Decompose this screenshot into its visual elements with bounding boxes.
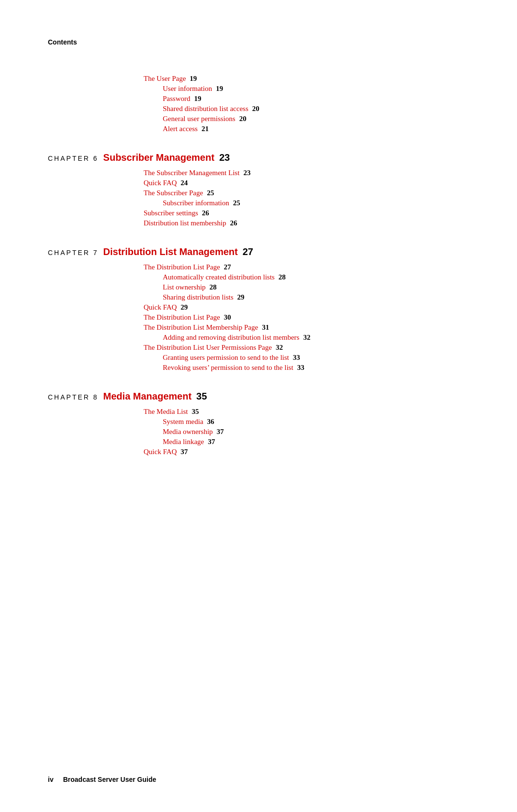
toc-entry: Shared distribution list access20 — [163, 105, 469, 113]
entry-text: Subscriber information — [163, 199, 229, 207]
chapter-title: Distribution List Management — [103, 246, 238, 257]
entry-text: Granting users permission to send to the… — [163, 354, 289, 362]
entry-text: System media — [163, 418, 203, 426]
toc-entry: Quick FAQ37 — [144, 448, 469, 456]
entry-page: 32 — [276, 344, 283, 352]
chapter-label: CHAPTER 8 — [48, 393, 99, 401]
entry-page: 28 — [279, 273, 286, 281]
entry-text: The User Page — [144, 75, 186, 83]
toc-entry: The Media List35 — [144, 408, 469, 416]
entry-page: 23 — [243, 169, 250, 177]
toc-entry: Automatically created distribution lists… — [163, 273, 469, 281]
toc-entry: Password19 — [163, 95, 469, 103]
toc-chapter-section: CHAPTER 6Subscriber Management23The Subs… — [48, 152, 469, 227]
footer-book-title: Broadcast Server User Guide — [63, 776, 157, 783]
chapter-number: 27 — [243, 246, 253, 257]
entry-page: 35 — [191, 408, 199, 416]
entry-page: 28 — [210, 283, 217, 291]
toc-entry: Revoking users’ permission to send to th… — [163, 364, 469, 372]
toc-entry: List ownership28 — [163, 283, 469, 291]
entry-page: 25 — [233, 199, 240, 207]
chapter-number: 35 — [196, 391, 207, 402]
toc-entry: System media36 — [163, 418, 469, 426]
entry-text: Quick FAQ — [144, 179, 177, 187]
toc-entry: Quick FAQ29 — [144, 303, 469, 311]
entry-page: 32 — [303, 334, 310, 342]
entry-text: Quick FAQ — [144, 448, 177, 456]
toc-entry: Subscriber settings26 — [144, 209, 469, 217]
toc-entries-list: The Subscriber Management List23Quick FA… — [144, 169, 469, 227]
entry-text: Alert access — [163, 125, 198, 133]
entry-text: Revoking users’ permission to send to th… — [163, 364, 293, 372]
entry-text: Distribution list membership — [144, 219, 226, 227]
entry-text: The Distribution List Page — [144, 263, 220, 271]
entry-page: 29 — [180, 303, 188, 311]
footer: iv Broadcast Server User Guide — [48, 776, 469, 783]
entry-text: Automatically created distribution lists — [163, 273, 275, 281]
entry-text: The Subscriber Page — [144, 189, 203, 197]
contents-header: Contents — [48, 38, 469, 46]
entry-page: 19 — [216, 85, 223, 93]
chapter-label: CHAPTER 6 — [48, 155, 99, 162]
entry-page: 20 — [252, 105, 259, 113]
toc-entry: Adding and removing distribution list me… — [163, 334, 469, 342]
toc-entry: Distribution list membership26 — [144, 219, 469, 227]
entry-text: The Distribution List Page — [144, 313, 220, 322]
footer-page-number: iv — [48, 776, 54, 783]
entry-text: Media ownership — [163, 428, 213, 436]
entry-text: The Distribution List Membership Page — [144, 323, 258, 332]
toc-entry: The Distribution List Page30 — [144, 313, 469, 322]
chapters-container: CHAPTER 6Subscriber Management23The Subs… — [48, 152, 469, 456]
entry-page: 25 — [207, 189, 214, 197]
entry-page: 37 — [217, 428, 224, 436]
pre-chapter-entries: The User Page19User information19Passwor… — [144, 75, 469, 133]
toc-entry: The Distribution List Page27 — [144, 263, 469, 271]
entry-page: 19 — [190, 75, 197, 83]
toc-entry: User information19 — [163, 85, 469, 93]
entry-text: Password — [163, 95, 191, 103]
toc-entry: The Distribution List User Permissions P… — [144, 344, 469, 352]
entry-page: 33 — [293, 354, 300, 362]
entry-text: Sharing distribution lists — [163, 293, 234, 301]
chapter-heading: CHAPTER 6Subscriber Management23 — [48, 152, 469, 163]
entry-page: 26 — [202, 209, 209, 217]
entry-text: Adding and removing distribution list me… — [163, 334, 299, 342]
toc-chapter-section: CHAPTER 7Distribution List Management27T… — [48, 246, 469, 372]
toc-entry: Quick FAQ24 — [144, 179, 469, 187]
chapter-title: Media Management — [103, 391, 191, 402]
entry-page: 30 — [224, 313, 231, 322]
entry-page: 37 — [208, 438, 215, 446]
chapter-title: Subscriber Management — [103, 152, 214, 163]
chapter-heading: CHAPTER 7Distribution List Management27 — [48, 246, 469, 257]
entry-page: 19 — [194, 95, 202, 103]
toc-entry: Media ownership37 — [163, 428, 469, 436]
entry-page: 29 — [237, 293, 245, 301]
entry-text: List ownership — [163, 283, 206, 291]
chapter-label: CHAPTER 7 — [48, 249, 99, 256]
entry-page: 26 — [230, 219, 237, 227]
toc-entry: The Subscriber Management List23 — [144, 169, 469, 177]
toc-entries-list: The Distribution List Page27Automaticall… — [144, 263, 469, 372]
entry-page: 37 — [180, 448, 188, 456]
entry-text: The Distribution List User Permissions P… — [144, 344, 272, 352]
entry-text: Shared distribution list access — [163, 105, 248, 113]
entry-text: The Media List — [144, 408, 188, 416]
entry-text: Media linkage — [163, 438, 204, 446]
entry-page: 31 — [262, 323, 269, 332]
toc-entry: The Subscriber Page25 — [144, 189, 469, 197]
entry-page: 20 — [239, 115, 247, 123]
toc-entry: Media linkage37 — [163, 438, 469, 446]
chapter-heading: CHAPTER 8Media Management35 — [48, 391, 469, 402]
entry-text: General user permissions — [163, 115, 236, 123]
entry-page: 21 — [202, 125, 209, 133]
entry-text: Subscriber settings — [144, 209, 198, 217]
entry-text: Quick FAQ — [144, 303, 177, 311]
chapter-number: 23 — [219, 152, 230, 163]
entry-page: 33 — [297, 364, 304, 372]
toc-entry: Granting users permission to send to the… — [163, 354, 469, 362]
entry-page: 24 — [180, 179, 188, 187]
entry-page: 27 — [224, 263, 231, 271]
toc-entry: The User Page19 — [144, 75, 469, 83]
toc-chapter-section: CHAPTER 8Media Management35The Media Lis… — [48, 391, 469, 456]
toc-entry: General user permissions20 — [163, 115, 469, 123]
